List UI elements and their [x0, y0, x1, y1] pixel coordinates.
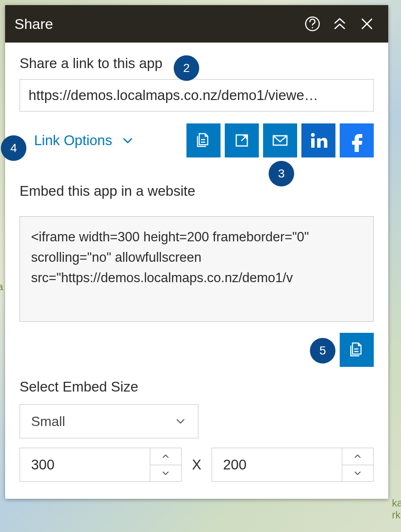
- facebook-share-button[interactable]: [340, 123, 374, 157]
- facebook-icon: [345, 129, 368, 152]
- embed-width-input[interactable]: 300: [20, 448, 182, 482]
- callout-2: 2: [174, 55, 199, 81]
- chevron-down-icon: [121, 134, 134, 147]
- caret-down-icon: [353, 469, 362, 478]
- share-actions-row: Link Options: [20, 123, 374, 157]
- copy-embed-button[interactable]: [340, 333, 374, 367]
- width-increment[interactable]: [150, 448, 181, 465]
- svg-point-5: [311, 133, 315, 137]
- height-increment[interactable]: [342, 448, 373, 465]
- close-button[interactable]: [353, 10, 381, 37]
- chevron-double-up-icon: [332, 16, 348, 32]
- link-options-label: Link Options: [34, 132, 112, 149]
- email-icon: [270, 131, 290, 150]
- close-icon: [360, 17, 374, 31]
- svg-rect-4: [311, 138, 315, 148]
- callout-3: 3: [269, 161, 294, 186]
- open-external-icon: [233, 132, 251, 149]
- open-link-button[interactable]: [225, 123, 259, 157]
- embed-height-value: 200: [212, 448, 342, 481]
- embed-code-textarea[interactable]: [20, 216, 374, 322]
- help-button[interactable]: [299, 10, 326, 37]
- caret-down-icon: [161, 469, 170, 478]
- embed-size-value: Small: [31, 414, 65, 429]
- embed-size-heading: Select Embed Size: [20, 379, 374, 395]
- map-bg-label: a: [0, 281, 3, 293]
- callout-5: 5: [310, 338, 335, 363]
- copy-link-button[interactable]: [186, 123, 221, 157]
- panel-title: Share: [14, 16, 299, 32]
- copy-icon: [194, 131, 213, 150]
- titlebar: Share: [5, 5, 388, 43]
- svg-point-1: [312, 27, 313, 28]
- width-decrement[interactable]: [150, 465, 181, 482]
- embed-size-select[interactable]: Small: [20, 404, 198, 438]
- height-decrement[interactable]: [342, 465, 373, 482]
- link-options-toggle[interactable]: Link Options: [34, 132, 134, 149]
- embed-height-input[interactable]: 200: [212, 448, 374, 482]
- map-bg-label: ka rk: [392, 497, 401, 521]
- help-icon: [304, 15, 321, 32]
- share-panel: Share Share a link to this app https://d: [5, 5, 388, 499]
- callout-4: 4: [1, 135, 26, 161]
- share-link-heading: Share a link to this app: [20, 55, 163, 72]
- collapse-button[interactable]: [326, 10, 353, 37]
- embed-width-value: 300: [20, 448, 150, 481]
- caret-up-icon: [353, 452, 362, 461]
- dimension-separator: X: [192, 457, 201, 473]
- linkedin-icon: [307, 129, 330, 152]
- copy-icon: [347, 340, 366, 359]
- panel-body: Share a link to this app https://demos.l…: [5, 43, 388, 499]
- linkedin-share-button[interactable]: [301, 123, 335, 157]
- embed-dimensions: 300 X 200: [20, 448, 374, 482]
- caret-up-icon: [161, 452, 170, 461]
- embed-heading: Embed this app in a website: [20, 183, 374, 199]
- email-link-button[interactable]: [263, 123, 297, 157]
- share-url-input[interactable]: https://demos.localmaps.co.nz/demo1/view…: [20, 79, 374, 112]
